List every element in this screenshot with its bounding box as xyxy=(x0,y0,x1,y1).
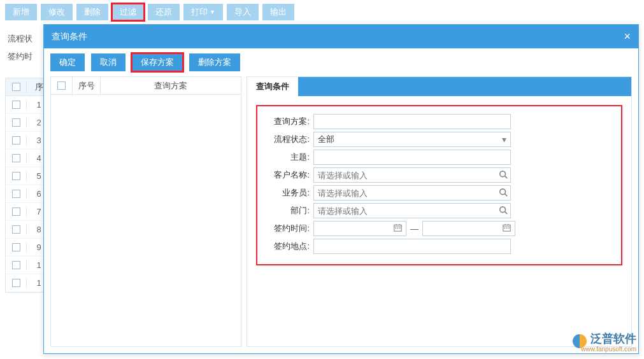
add-button[interactable]: 新增 xyxy=(5,4,37,20)
plan-label: 查询方案 xyxy=(264,116,310,127)
row-checkbox[interactable] xyxy=(12,225,20,234)
calendar-icon xyxy=(503,223,511,234)
svg-rect-12 xyxy=(399,228,401,229)
svg-rect-11 xyxy=(397,228,399,229)
caret-down-icon: ▼ xyxy=(210,9,215,15)
date-separator: — xyxy=(410,224,419,234)
main-toolbar: 新增 修改 删除 过滤 还原 打印▼ 导入 输出 xyxy=(0,0,644,24)
condition-panel: 查询条件 查询方案 流程状态 全部 ▾ xyxy=(247,76,632,347)
header-checkbox[interactable] xyxy=(12,83,20,91)
sign-time-label: 签约时间 xyxy=(264,223,310,234)
bg-process-status-label: 流程状 xyxy=(8,33,32,45)
query-modal: 查询条件 × 确定 取消 保存方案 删除方案 序号 查询方案 查询条件 查 xyxy=(43,24,639,354)
row-checkbox[interactable] xyxy=(12,243,20,251)
department-label: 部门 xyxy=(264,205,310,216)
row-checkbox[interactable] xyxy=(12,190,20,198)
customer-input[interactable] xyxy=(318,171,499,180)
row-checkbox[interactable] xyxy=(12,172,20,180)
row-checkbox[interactable] xyxy=(12,118,20,127)
cancel-button[interactable]: 取消 xyxy=(91,53,125,71)
modal-title-text: 查询条件 xyxy=(52,31,87,43)
modal-titlebar: 查询条件 × xyxy=(44,25,638,48)
plan-list-panel: 序号 查询方案 xyxy=(50,76,241,347)
ok-button[interactable]: 确定 xyxy=(50,53,85,71)
svg-point-2 xyxy=(500,188,506,194)
plan-input[interactable] xyxy=(313,114,511,129)
row-checkbox[interactable] xyxy=(12,101,20,109)
salesperson-label: 业务员 xyxy=(264,187,310,199)
edit-button[interactable]: 修改 xyxy=(41,4,73,20)
svg-rect-17 xyxy=(504,228,505,229)
search-icon xyxy=(499,206,508,216)
customer-label: 客户名称 xyxy=(264,169,310,181)
sign-place-label: 签约地点 xyxy=(264,241,310,252)
sign-place-input[interactable] xyxy=(313,239,511,254)
status-select[interactable]: 全部 ▾ xyxy=(313,132,511,147)
svg-line-5 xyxy=(505,211,508,214)
salesperson-input[interactable] xyxy=(318,188,499,198)
salesperson-lookup[interactable] xyxy=(313,185,511,201)
brand-name: 泛普软件 xyxy=(590,332,636,345)
brand-logo: 泛普软件 www.fanpusoft.com xyxy=(573,331,636,351)
export-button[interactable]: 输出 xyxy=(262,4,294,20)
brand-url: www.fanpusoft.com xyxy=(581,346,636,353)
svg-rect-10 xyxy=(395,228,396,229)
bg-sign-time-label: 签约时 xyxy=(8,51,32,62)
filter-button[interactable]: 过滤 xyxy=(112,4,144,20)
row-checkbox[interactable] xyxy=(12,261,20,269)
svg-rect-18 xyxy=(506,228,508,229)
status-label: 流程状态 xyxy=(264,134,310,145)
plan-header-checkbox[interactable] xyxy=(57,81,66,90)
customer-lookup[interactable] xyxy=(313,167,511,183)
calendar-icon xyxy=(394,223,402,234)
department-lookup[interactable] xyxy=(313,203,511,218)
plan-col-name: 查询方案 xyxy=(101,77,241,94)
search-icon xyxy=(499,170,508,181)
svg-point-0 xyxy=(500,171,506,176)
restore-button[interactable]: 还原 xyxy=(148,4,180,20)
form-highlight-box: 查询方案 流程状态 全部 ▾ 主题 xyxy=(256,105,622,265)
chevron-down-icon: ▾ xyxy=(502,134,506,144)
delete-button[interactable]: 删除 xyxy=(76,4,108,20)
delete-plan-button[interactable]: 删除方案 xyxy=(189,53,240,71)
svg-point-4 xyxy=(500,206,506,212)
plan-col-index: 序号 xyxy=(73,77,101,94)
right-tabs: 查询条件 xyxy=(247,77,631,96)
tab-conditions[interactable]: 查询条件 xyxy=(247,77,298,96)
modal-close-button[interactable]: × xyxy=(624,30,631,43)
save-plan-button[interactable]: 保存方案 xyxy=(132,53,183,71)
department-input[interactable] xyxy=(318,206,499,216)
subject-label: 主题 xyxy=(264,151,310,163)
status-value: 全部 xyxy=(318,134,334,145)
row-checkbox[interactable] xyxy=(12,136,20,144)
row-checkbox[interactable] xyxy=(12,154,20,162)
search-icon xyxy=(499,188,508,199)
svg-line-1 xyxy=(505,176,508,178)
print-button[interactable]: 打印▼ xyxy=(183,4,223,20)
close-icon: × xyxy=(624,30,631,43)
row-checkbox[interactable] xyxy=(12,208,20,216)
modal-toolbar: 确定 取消 保存方案 删除方案 xyxy=(44,48,638,76)
svg-line-3 xyxy=(505,194,508,196)
subject-input[interactable] xyxy=(313,150,511,165)
import-button[interactable]: 导入 xyxy=(227,4,259,20)
svg-rect-19 xyxy=(508,228,510,229)
row-checkbox[interactable] xyxy=(12,279,20,287)
sign-time-from[interactable] xyxy=(313,221,406,236)
sign-time-to[interactable] xyxy=(422,221,515,236)
